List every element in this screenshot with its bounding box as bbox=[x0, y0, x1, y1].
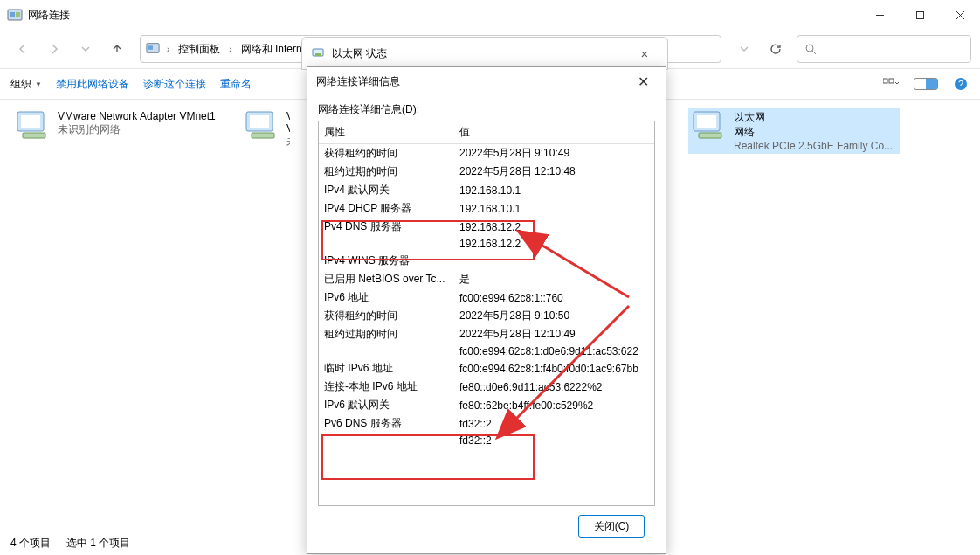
dialog-titlebar: 网络连接详细信息 ✕ bbox=[307, 67, 666, 95]
cell-value: fd32::2 bbox=[454, 433, 654, 448]
window-title: 网络连接 bbox=[28, 8, 70, 23]
table-row[interactable]: IPv4 WINS 服务器 bbox=[319, 252, 654, 270]
adapter-item[interactable]: 以太网 网络 Realtek PCIe 2.5GbE Family Co... bbox=[688, 108, 900, 154]
table-row[interactable]: fc00:e994:62c8:1:d0e6:9d11:ac53:622 bbox=[319, 343, 654, 359]
nav-forward-button[interactable] bbox=[40, 35, 68, 63]
svg-text:?: ? bbox=[958, 79, 963, 89]
cell-property: IPv4 WINS 服务器 bbox=[319, 252, 454, 270]
table-row[interactable]: 连接-本地 IPv6 地址fe80::d0e6:9d11:ac53:6222%2 bbox=[319, 378, 654, 396]
cell-property: 租约过期的时间 bbox=[319, 325, 454, 343]
svg-rect-23 bbox=[699, 133, 721, 138]
search-icon bbox=[804, 43, 817, 55]
svg-rect-16 bbox=[21, 115, 40, 128]
cmd-rename[interactable]: 重命名 bbox=[220, 77, 252, 92]
minimize-button[interactable] bbox=[859, 1, 900, 29]
breadcrumb-sep-icon: › bbox=[229, 45, 231, 54]
details-table: 属性 值 获得租约的时间2022年5月28日 9:10:49租约过期的时间202… bbox=[319, 121, 654, 448]
ethernet-status-dialog: 以太网 状态 × bbox=[301, 37, 668, 70]
cell-value: fe80::62be:b4ff:fe00:c529%2 bbox=[454, 396, 654, 414]
cell-property: IPv6 地址 bbox=[319, 288, 454, 307]
svg-rect-20 bbox=[252, 133, 274, 138]
svg-rect-4 bbox=[916, 11, 923, 18]
nav-recent-button[interactable] bbox=[72, 35, 100, 63]
table-row[interactable]: IPv6 默认网关fe80::62be:b4ff:fe00:c529%2 bbox=[319, 396, 654, 414]
close-dialog-button[interactable]: 关闭(C) bbox=[578, 515, 645, 538]
table-row[interactable]: IPv4 默认网关192.168.10.1 bbox=[319, 181, 654, 199]
table-row[interactable]: Pv4 DNS 服务器192.168.12.2 bbox=[319, 218, 654, 236]
table-row[interactable]: IPv4 DHCP 服务器192.168.10.1 bbox=[319, 199, 654, 218]
nav-up-button[interactable] bbox=[103, 35, 131, 63]
cell-property: 获得租约的时间 bbox=[319, 307, 454, 325]
table-row[interactable]: IPv6 地址fc00:e994:62c8:1::760 bbox=[319, 288, 654, 307]
cell-value: 192.168.12.2 bbox=[454, 218, 654, 236]
close-button[interactable] bbox=[940, 1, 980, 29]
svg-rect-8 bbox=[148, 45, 153, 49]
preview-pane-toggle[interactable] bbox=[914, 78, 938, 90]
adapter-icon bbox=[16, 110, 52, 142]
window-controls bbox=[859, 1, 980, 29]
refresh-button[interactable] bbox=[762, 35, 790, 63]
cell-value: fc00:e994:62c8:1:f4b0:f0d0:1ac9:67bb bbox=[454, 359, 654, 378]
table-row[interactable]: 获得租约的时间2022年5月28日 9:10:49 bbox=[319, 144, 654, 163]
col-value: 值 bbox=[454, 121, 654, 144]
svg-rect-11 bbox=[883, 79, 887, 83]
cell-property: IPv4 默认网关 bbox=[319, 181, 454, 199]
table-row[interactable]: 已启用 NetBIOS over Tc...是 bbox=[319, 270, 654, 288]
cell-value: fd32::2 bbox=[454, 414, 654, 433]
table-row[interactable]: fd32::2 bbox=[319, 433, 654, 448]
view-options-button[interactable] bbox=[882, 75, 900, 93]
adapter-item[interactable]: VMware Network Adapter VMnet1 未识别的网络 bbox=[12, 108, 224, 154]
adapter-status: 未 bbox=[286, 135, 290, 149]
svg-line-10 bbox=[812, 51, 816, 54]
details-label: 网络连接详细信息(D): bbox=[318, 102, 655, 117]
close-icon[interactable]: × bbox=[631, 46, 659, 61]
adapter-item[interactable]: VM VM 未 bbox=[241, 108, 293, 154]
cmd-organize[interactable]: 组织▼ bbox=[10, 77, 42, 92]
adapter-network: VM bbox=[286, 122, 290, 135]
svg-rect-19 bbox=[250, 115, 269, 128]
table-row[interactable]: 获得租约的时间2022年5月28日 9:10:50 bbox=[319, 307, 654, 325]
table-row[interactable]: 192.168.12.2 bbox=[319, 236, 654, 252]
cell-value: 2022年5月28日 12:10:48 bbox=[454, 163, 654, 181]
svg-rect-1 bbox=[10, 12, 15, 17]
cell-value: fc00:e994:62c8:1:d0e6:9d11:ac53:622 bbox=[454, 343, 654, 359]
adapter-icon bbox=[245, 110, 281, 142]
svg-point-9 bbox=[806, 45, 813, 52]
cell-value: 192.168.10.1 bbox=[454, 181, 654, 199]
ethernet-icon bbox=[311, 45, 327, 61]
adapter-device: Realtek PCIe 2.5GbE Family Co... bbox=[734, 140, 893, 152]
address-icon bbox=[146, 41, 160, 58]
cell-property: IPv6 默认网关 bbox=[319, 396, 454, 414]
cell-property: Pv6 DNS 服务器 bbox=[319, 414, 454, 433]
maximize-button[interactable] bbox=[900, 1, 940, 29]
table-row[interactable]: 租约过期的时间2022年5月28日 12:10:49 bbox=[319, 325, 654, 343]
cell-value: 是 bbox=[454, 270, 654, 288]
table-row[interactable]: 临时 IPv6 地址fc00:e994:62c8:1:f4b0:f0d0:1ac… bbox=[319, 359, 654, 378]
cell-property: 连接-本地 IPv6 地址 bbox=[319, 378, 454, 396]
cmd-diagnose[interactable]: 诊断这个连接 bbox=[143, 77, 206, 92]
dialog-title: 网络连接详细信息 bbox=[316, 74, 400, 89]
cmd-disable-device[interactable]: 禁用此网络设备 bbox=[56, 77, 129, 92]
ethernet-status-title: 以太网 状态 bbox=[332, 46, 387, 61]
cell-value: fc00:e994:62c8:1::760 bbox=[454, 288, 654, 307]
svg-rect-22 bbox=[697, 115, 716, 128]
table-row[interactable]: 租约过期的时间2022年5月28日 12:10:48 bbox=[319, 163, 654, 181]
nav-back-button[interactable] bbox=[9, 35, 37, 63]
table-row[interactable]: Pv6 DNS 服务器fd32::2 bbox=[319, 414, 654, 433]
adapter-title: 以太网 bbox=[734, 110, 893, 125]
cell-value bbox=[454, 252, 654, 270]
address-dropdown-button[interactable] bbox=[730, 35, 758, 63]
cell-value: 2022年5月28日 9:10:50 bbox=[454, 307, 654, 325]
help-button[interactable]: ? bbox=[952, 75, 970, 93]
adapter-icon bbox=[692, 110, 728, 142]
details-table-wrap: 属性 值 获得租约的时间2022年5月28日 9:10:49租约过期的时间202… bbox=[318, 121, 655, 506]
app-icon bbox=[7, 7, 23, 23]
status-selection: 选中 1 个项目 bbox=[66, 536, 130, 551]
cell-property bbox=[319, 236, 454, 252]
close-button[interactable]: ✕ bbox=[629, 73, 657, 90]
search-box[interactable] bbox=[797, 35, 971, 63]
cell-value: 192.168.12.2 bbox=[454, 236, 654, 252]
cell-property: 租约过期的时间 bbox=[319, 163, 454, 181]
breadcrumb-item[interactable]: 控制面板 bbox=[176, 42, 222, 57]
cell-property: 临时 IPv6 地址 bbox=[319, 359, 454, 378]
